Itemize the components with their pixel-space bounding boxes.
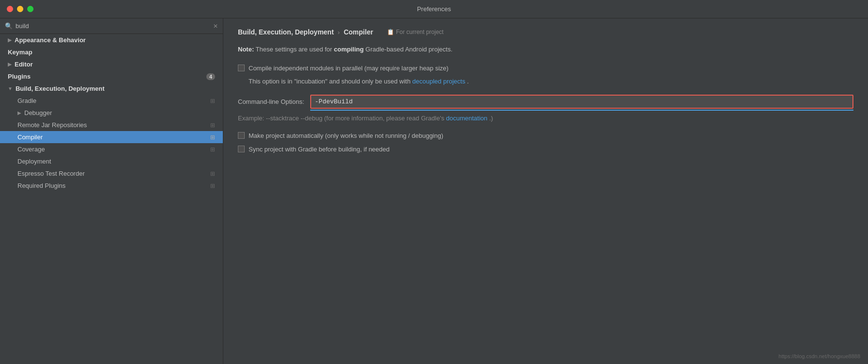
copy-icon: ⊞ <box>210 146 215 153</box>
make-auto-label: Make project automatically (only works w… <box>249 132 443 140</box>
copy-icon: ⊞ <box>210 182 215 189</box>
chevron-down-icon: ▼ <box>8 86 13 91</box>
breadcrumb: Build, Execution, Deployment › Compiler … <box>238 28 853 36</box>
sidebar-item-label: Compiler <box>17 133 43 141</box>
chevron-right-icon: ▶ <box>8 62 12 67</box>
cmdline-section: Command-line Options: <box>238 95 853 109</box>
note-prefix: Note: <box>238 46 254 53</box>
example-line: Example: --stacktrace --debug (for more … <box>238 115 853 122</box>
plugins-badge: 4 <box>206 73 215 80</box>
note-suffix: Gradle-based Android projects. <box>366 46 452 53</box>
sidebar-item-label: Appearance & Behavior <box>15 36 86 44</box>
search-bar: 🔍 ✕ <box>0 18 223 34</box>
sidebar-item-label: Remote Jar Repositories <box>17 121 87 129</box>
breadcrumb-current: Compiler <box>344 28 373 36</box>
sidebar-item-label: Espresso Test Recorder <box>17 170 85 177</box>
traffic-lights <box>7 6 33 12</box>
sub-text-suffix: . <box>467 78 469 85</box>
sidebar-item-label: Editor <box>15 61 33 68</box>
compile-parallel-label: Compile independent modules in parallel … <box>249 64 449 73</box>
chevron-right-icon: ▶ <box>17 110 21 116</box>
cmdline-label: Command-line Options: <box>238 98 304 105</box>
sidebar: 🔍 ✕ ▶ Appearance & Behavior Keymap ▶ Edi… <box>0 18 223 364</box>
make-auto-checkbox[interactable] <box>238 132 245 139</box>
compile-parallel-checkbox[interactable] <box>238 65 245 71</box>
main-layout: 🔍 ✕ ▶ Appearance & Behavior Keymap ▶ Edi… <box>0 18 868 364</box>
note-line: Note: These settings are used for compil… <box>238 45 853 54</box>
titlebar: Preferences <box>0 0 868 18</box>
close-button[interactable] <box>7 6 13 12</box>
option-make-auto: Make project automatically (only works w… <box>238 132 853 140</box>
sidebar-item-label: Coverage <box>17 146 45 153</box>
sidebar-item-appearance-behavior[interactable]: ▶ Appearance & Behavior <box>0 34 223 46</box>
copy-icon: ⊞ <box>210 134 215 141</box>
sidebar-item-label: Required Plugins <box>17 182 66 189</box>
watermark: https://blog.csdn.net/hongxue8888 <box>779 353 860 359</box>
breadcrumb-parent: Build, Execution, Deployment <box>238 28 334 36</box>
sidebar-item-label: Build, Execution, Deployment <box>16 85 104 92</box>
sub-text-prefix: This option is in "incubation" and shoul… <box>249 78 412 85</box>
search-input[interactable] <box>16 22 210 30</box>
sidebar-item-keymap[interactable]: Keymap <box>0 46 223 58</box>
example-prefix: Example: --stacktrace --debug (for more … <box>238 115 446 122</box>
note-middle: These settings are used for <box>256 46 334 53</box>
for-current-project: 📋 For current project <box>387 29 444 35</box>
incubation-note: This option is in "incubation" and shoul… <box>249 78 853 85</box>
sidebar-item-label: Plugins <box>8 73 31 80</box>
content-panel: Build, Execution, Deployment › Compiler … <box>223 18 868 364</box>
sidebar-item-label: Keymap <box>8 49 33 56</box>
sidebar-item-plugins[interactable]: Plugins 4 <box>0 70 223 83</box>
search-icon: 🔍 <box>5 22 13 30</box>
sidebar-item-build-execution-deployment[interactable]: ▼ Build, Execution, Deployment <box>0 83 223 95</box>
chevron-right-icon: ▶ <box>8 37 12 43</box>
sync-gradle-label: Sync project with Gradle before building… <box>249 145 390 154</box>
sidebar-item-espresso-test-recorder[interactable]: Espresso Test Recorder ⊞ <box>0 167 223 180</box>
project-label: For current project <box>396 29 444 35</box>
option-sync-gradle: Sync project with Gradle before building… <box>238 145 853 154</box>
search-clear-icon[interactable]: ✕ <box>213 23 218 30</box>
copy-icon: ⊞ <box>210 122 215 129</box>
minimize-button[interactable] <box>17 6 23 12</box>
sidebar-item-compiler[interactable]: Compiler ⊞ <box>0 131 223 143</box>
option-compile-parallel: Compile independent modules in parallel … <box>238 64 853 73</box>
cmdline-underline <box>310 110 853 111</box>
example-suffix: .) <box>489 115 493 122</box>
sidebar-item-deployment[interactable]: Deployment <box>0 155 223 167</box>
decoupled-projects-link[interactable]: decoupled projects <box>412 78 465 85</box>
sidebar-item-coverage[interactable]: Coverage ⊞ <box>0 143 223 155</box>
sidebar-item-required-plugins[interactable]: Required Plugins ⊞ <box>0 180 223 192</box>
maximize-button[interactable] <box>27 6 33 12</box>
cmdline-input-wrapper <box>310 95 853 109</box>
documentation-link[interactable]: documentation <box>446 115 487 122</box>
breadcrumb-separator: › <box>338 29 340 36</box>
copy-icon: ⊞ <box>210 98 215 104</box>
sidebar-item-label: Deployment <box>17 158 51 165</box>
cmdline-input[interactable] <box>310 95 853 109</box>
note-bold-word: compiling <box>334 46 364 53</box>
sidebar-item-remote-jar-repositories[interactable]: Remote Jar Repositories ⊞ <box>0 119 223 131</box>
sidebar-item-label: Debugger <box>24 109 52 116</box>
sidebar-item-debugger[interactable]: ▶ Debugger <box>0 107 223 119</box>
sidebar-item-editor[interactable]: ▶ Editor <box>0 58 223 70</box>
project-icon: 📋 <box>387 29 394 35</box>
copy-icon: ⊞ <box>210 170 215 177</box>
sidebar-item-label: Gradle <box>17 97 36 104</box>
window-title: Preferences <box>417 5 451 13</box>
sync-gradle-checkbox[interactable] <box>238 146 245 152</box>
sidebar-item-gradle[interactable]: Gradle ⊞ <box>0 95 223 107</box>
